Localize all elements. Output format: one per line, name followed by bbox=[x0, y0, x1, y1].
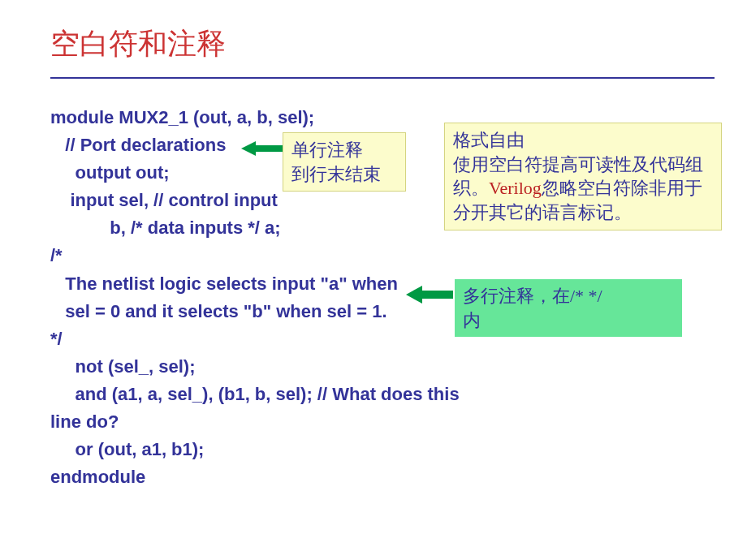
annotation-multi-line-1a: 多行注释，在 bbox=[463, 286, 570, 306]
annotation-free-format: 格式自由 使用空白符提高可读性及代码组 织。Verilog忽略空白符除非用于 分… bbox=[444, 123, 722, 230]
code-line-6: /* bbox=[50, 245, 63, 265]
code-line-4: input sel, // control input bbox=[50, 190, 278, 210]
code-line-13: endmodule bbox=[50, 467, 145, 487]
code-line-9: */ bbox=[50, 329, 63, 349]
annotation-multi-line-1b: /* */ bbox=[570, 286, 602, 306]
annotation-text-line-1: 单行注释 bbox=[291, 140, 363, 160]
code-line-3: output out; bbox=[50, 162, 170, 183]
annotation-free-line-2b: 织。 bbox=[453, 178, 489, 198]
code-line-11: and (a1, a, sel_), (b1, b, sel); // What… bbox=[50, 384, 460, 404]
code-line-2: // Port declarations bbox=[50, 135, 226, 155]
code-line-8: sel = 0 and it selects "b" when sel = 1. bbox=[50, 301, 387, 321]
code-line-11b: line do? bbox=[50, 411, 119, 432]
annotation-multi-line-2: 内 bbox=[463, 310, 481, 330]
code-line-1: module MUX2_1 (out, a, b, sel); bbox=[50, 107, 314, 127]
code-line-12: or (out, a1, b1); bbox=[50, 439, 204, 459]
annotation-single-line-comment: 单行注释 到行末结束 bbox=[283, 132, 406, 192]
annotation-free-line-3: 分开其它的语言标记。 bbox=[453, 202, 632, 222]
code-line-5: b, /* data inputs */ a; bbox=[50, 218, 281, 238]
title-divider bbox=[50, 77, 715, 79]
annotation-free-line-2d: 忽略空白符除非用于 bbox=[542, 178, 702, 198]
code-line-7: The netlist logic selects input "a" when bbox=[50, 274, 398, 294]
annotation-free-line-2a: 使用空白符提高可读性及代码组 bbox=[453, 154, 703, 174]
annotation-text-line-2: 到行末结束 bbox=[291, 164, 381, 184]
annotation-multi-line-comment: 多行注释，在/* */ 内 bbox=[455, 279, 682, 337]
verilog-keyword: Verilog bbox=[489, 178, 542, 198]
verilog-code: module MUX2_1 (out, a, b, sel); // Port … bbox=[50, 104, 473, 491]
code-line-10: not (sel_, sel); bbox=[50, 356, 195, 377]
annotation-free-line-1: 格式自由 bbox=[453, 130, 525, 150]
slide-title: 空白符和注释 bbox=[0, 0, 747, 72]
